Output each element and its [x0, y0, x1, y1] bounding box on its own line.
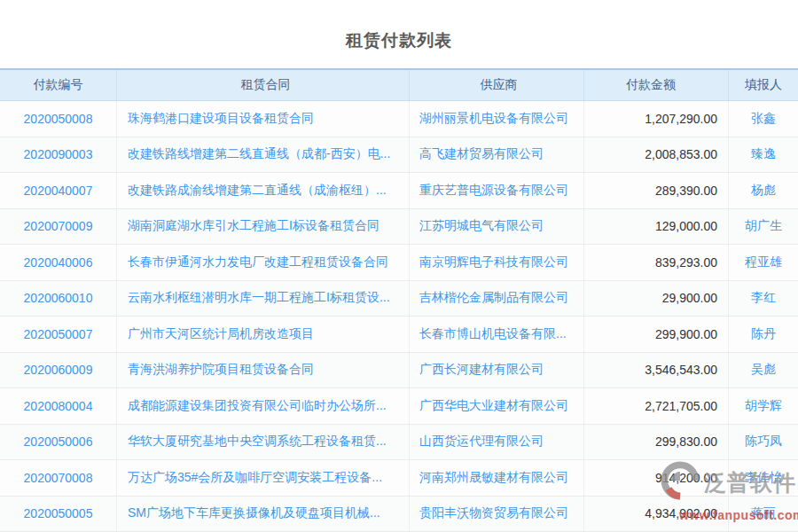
filler-cell: 李红	[729, 281, 798, 317]
payment-no-link[interactable]: 2020050006	[0, 425, 117, 460]
amount-cell: 2,008,853.00	[584, 137, 729, 173]
payment-no-link[interactable]: 2020060009	[0, 353, 117, 388]
payment-no-link[interactable]: 2020040006	[0, 245, 117, 280]
filler-cell: 胡学辉	[729, 388, 798, 424]
table-row: 2020040006 长春市伊通河水力发电厂改建工程租赁设备合同 南京明辉电子科…	[0, 245, 798, 281]
supplier-cell: 长春市博山机电设备有限...	[410, 317, 584, 352]
payment-no-link[interactable]: 2020070008	[0, 460, 117, 496]
amount-cell: 914,200.00	[584, 460, 729, 496]
filler-cell: 吴彪	[729, 353, 798, 388]
contract-link[interactable]: 成都能源建设集团投资有限公司临时办公场所...	[117, 388, 410, 424]
payment-no-link[interactable]: 2020080004	[0, 388, 117, 424]
filler-cell: 程亚雄	[729, 245, 798, 280]
contract-link[interactable]: 长春市伊通河水力发电厂改建工程租赁设备合同	[117, 245, 410, 280]
contract-link[interactable]: 珠海鹤港口建设项目设备租赁合同	[117, 101, 410, 137]
amount-cell: 1,207,290.00	[584, 101, 729, 137]
contract-link[interactable]: SM广场地下车库更换摄像机及硬盘项目机械...	[117, 497, 410, 532]
filler-cell: 胡广生	[729, 209, 798, 245]
table-body: 2020050008 珠海鹤港口建设项目设备租赁合同 湖州丽景机电设备有限公司 …	[0, 101, 798, 532]
payment-no-link[interactable]: 2020070009	[0, 209, 117, 245]
table-row: 2020060010 云南水利枢纽潜明水库一期工程施工I标租赁设... 吉林楷伦…	[0, 281, 798, 317]
amount-cell: 129,000.00	[584, 209, 729, 245]
supplier-cell: 广西长河建材有限公司	[410, 353, 584, 388]
payment-no-link[interactable]: 2020060010	[0, 281, 117, 317]
table-row: 2020050007 广州市天河区统计局机房改造项目 长春市博山机电设备有限..…	[0, 317, 798, 353]
filler-cell: 陈巧凤	[729, 425, 798, 460]
table-row: 2020050005 SM广场地下车库更换摄像机及硬盘项目机械... 贵阳丰沃物…	[0, 497, 798, 532]
rental-payment-table: 付款编号 租赁合同 供应商 付款金额 填报人 2020050008 珠海鹤港口建…	[0, 68, 798, 532]
table-row: 2020060009 青海洪湖养护院项目租赁设备合同 广西长河建材有限公司 3,…	[0, 353, 798, 389]
payment-no-link[interactable]: 2020040007	[0, 173, 117, 208]
page-title: 租赁付款列表	[0, 0, 798, 68]
amount-cell: 4,934,902.00	[584, 497, 729, 532]
supplier-cell: 贵阳丰沃物资贸易有限公司	[410, 497, 584, 532]
supplier-cell: 湖州丽景机电设备有限公司	[410, 101, 584, 137]
supplier-cell: 广西华电大业建材有限公司	[410, 388, 584, 424]
supplier-cell: 江苏明城电气有限公司	[410, 209, 584, 245]
table-row: 2020050006 华软大厦研究基地中央空调系统工程设备租赁... 山西货运代…	[0, 425, 798, 461]
amount-cell: 2,721,705.00	[584, 388, 729, 424]
table-row: 2020070009 湖南洞庭湖水库引水工程施工I标设备租赁合同 江苏明城电气有…	[0, 209, 798, 246]
filler-cell: 蒋丽	[729, 497, 798, 532]
amount-cell: 299,830.00	[584, 425, 729, 460]
amount-cell: 839,293.00	[584, 245, 729, 280]
column-header-amount: 付款金额	[584, 70, 729, 100]
amount-cell: 289,390.00	[584, 173, 729, 208]
contract-link[interactable]: 改建铁路线增建第二线直通线（成都-西安）电...	[117, 137, 410, 173]
column-header-contract: 租赁合同	[117, 70, 410, 100]
supplier-cell: 重庆艺普电源设备有限公司	[410, 173, 584, 208]
supplier-cell: 高飞建材贸易有限公司	[410, 137, 584, 173]
filler-cell: 杨彪	[729, 173, 798, 208]
column-header-filler: 填报人	[729, 70, 798, 100]
table-header-row: 付款编号 租赁合同 供应商 付款金额 填报人	[0, 68, 798, 101]
contract-link[interactable]: 广州市天河区统计局机房改造项目	[117, 317, 410, 352]
supplier-cell: 河南郑州晟敏建材有限公司	[410, 460, 584, 496]
column-header-supplier: 供应商	[410, 70, 584, 100]
table-row: 2020080004 成都能源建设集团投资有限公司临时办公场所... 广西华电大…	[0, 388, 798, 425]
payment-no-link[interactable]: 2020050007	[0, 317, 117, 352]
payment-no-link[interactable]: 2020090003	[0, 137, 117, 173]
contract-link[interactable]: 华软大厦研究基地中央空调系统工程设备租赁...	[117, 425, 410, 460]
amount-cell: 29,900.00	[584, 281, 729, 317]
filler-cell: 陈丹	[729, 317, 798, 352]
supplier-cell: 山西货运代理有限公司	[410, 425, 584, 460]
column-header-payment-no: 付款编号	[0, 70, 117, 100]
contract-link[interactable]: 青海洪湖养护院项目租赁设备合同	[117, 353, 410, 388]
contract-link[interactable]: 万达广场35#会所及咖啡厅空调安装工程设备...	[117, 460, 410, 496]
payment-no-link[interactable]: 2020050008	[0, 101, 117, 137]
payment-no-link[interactable]: 2020050005	[0, 497, 117, 532]
filler-cell: 李佳怡	[729, 460, 798, 496]
supplier-cell: 吉林楷伦金属制品有限公司	[410, 281, 584, 317]
filler-cell: 臻逸	[729, 137, 798, 173]
supplier-cell: 南京明辉电子科技有限公司	[410, 245, 584, 280]
table-row: 2020040007 改建铁路成渝线增建第二直通线（成渝枢纽）... 重庆艺普电…	[0, 173, 798, 209]
contract-link[interactable]: 云南水利枢纽潜明水库一期工程施工I标租赁设...	[117, 281, 410, 317]
table-row: 2020050008 珠海鹤港口建设项目设备租赁合同 湖州丽景机电设备有限公司 …	[0, 101, 798, 137]
amount-cell: 3,546,543.00	[584, 353, 729, 388]
amount-cell: 299,900.00	[584, 317, 729, 352]
contract-link[interactable]: 湖南洞庭湖水库引水工程施工I标设备租赁合同	[117, 209, 410, 245]
contract-link[interactable]: 改建铁路成渝线增建第二直通线（成渝枢纽）...	[117, 173, 410, 208]
filler-cell: 张鑫	[729, 101, 798, 137]
table-row: 2020070008 万达广场35#会所及咖啡厅空调安装工程设备... 河南郑州…	[0, 460, 798, 497]
table-row: 2020090003 改建铁路线增建第二线直通线（成都-西安）电... 高飞建材…	[0, 137, 798, 174]
